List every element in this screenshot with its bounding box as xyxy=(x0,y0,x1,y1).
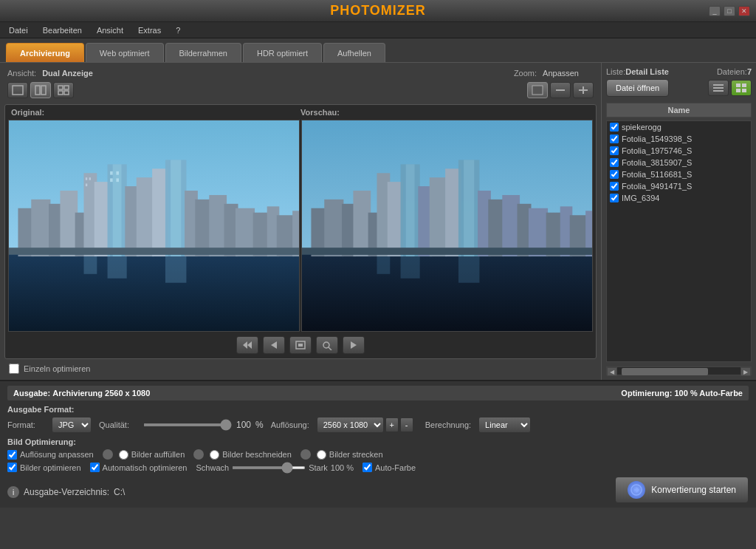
dateien-value: 7 xyxy=(747,67,752,76)
scrollbar-left-arrow[interactable]: ◀ xyxy=(607,367,617,376)
file-checkbox[interactable] xyxy=(610,146,619,155)
bilder-auffuellen-label: Bilder auffüllen xyxy=(131,450,185,459)
tab-bilderrahmen[interactable]: Bilderrahmen xyxy=(165,43,241,62)
file-checkbox[interactable] xyxy=(610,170,619,179)
file-name: IMG_6394 xyxy=(622,194,748,202)
file-name: spiekerogg xyxy=(622,123,748,132)
bild-opt-title: Bild Optimierung: xyxy=(7,437,749,446)
scrollbar-right-arrow[interactable]: ▶ xyxy=(740,367,751,376)
konvertierung-starten-button[interactable]: Konvertierung starten xyxy=(615,477,749,503)
file-checkbox[interactable] xyxy=(610,158,619,167)
preview-image-frame xyxy=(301,120,593,332)
fit-view-btn[interactable] xyxy=(527,82,548,98)
svg-rect-4 xyxy=(64,86,69,89)
menu-help[interactable]: ? xyxy=(173,24,183,36)
berechnung-select[interactable]: LinearCubicLanczos xyxy=(478,417,531,433)
menu-datei[interactable]: Datei xyxy=(6,24,31,36)
nav-next-btn[interactable] xyxy=(343,336,365,354)
nav-zoom-btn[interactable] xyxy=(316,336,338,354)
svg-rect-42 xyxy=(110,178,113,182)
zoom-out-btn[interactable] xyxy=(550,82,571,98)
title-bar: PHOTOMIZER _ □ ✕ xyxy=(0,0,756,22)
tab-hdr-optimiert[interactable]: HDR optimiert xyxy=(243,43,322,62)
window-controls[interactable]: _ □ ✕ xyxy=(709,6,750,16)
aufloesung-anpassen-checkbox[interactable] xyxy=(7,450,17,460)
bilder-beschneiden-radio[interactable] xyxy=(210,450,219,460)
detail-view-btn[interactable] xyxy=(53,82,74,98)
info-icon[interactable]: i xyxy=(7,486,19,498)
file-checkbox[interactable] xyxy=(610,182,619,191)
file-header: Liste: Detail Liste Dateien: 7 xyxy=(606,67,752,76)
list-item[interactable]: Fotolia_9491471_S xyxy=(607,180,751,192)
bilder-optimieren-checkbox[interactable] xyxy=(7,463,17,472)
resolution-dropdown[interactable]: 2560 x 10801920 x 10801280 x 720 xyxy=(317,417,384,433)
top-toolbar: Ansicht: Dual Anzeige Zoom: Anpassen xyxy=(4,67,597,79)
list-item[interactable]: Fotolia_3815907_S xyxy=(607,157,751,168)
list-item[interactable]: Fotolia_1549398_S xyxy=(607,133,751,145)
automatisch-optimieren-checkbox[interactable] xyxy=(90,463,100,472)
tab-web-optimiert[interactable]: Web optimiert xyxy=(86,43,164,62)
svg-rect-89 xyxy=(713,87,724,89)
scrollbar-thumb[interactable] xyxy=(622,368,708,375)
minimize-button[interactable]: _ xyxy=(709,6,721,16)
svg-rect-39 xyxy=(86,184,87,187)
svg-rect-77 xyxy=(458,256,480,283)
schwach-stark-slider[interactable] xyxy=(232,466,306,469)
list-item[interactable]: IMG_6394 xyxy=(607,192,751,204)
dateien-label: Dateien: xyxy=(717,67,747,76)
svg-marker-82 xyxy=(271,341,277,349)
file-checkbox[interactable] xyxy=(610,123,619,132)
resolution-minus-btn[interactable]: - xyxy=(400,417,413,432)
bilder-beschneiden-label: Bilder beschneiden xyxy=(222,450,292,459)
nav-prev-btn[interactable] xyxy=(263,336,285,354)
bilder-strecken-radio[interactable] xyxy=(317,450,326,460)
format-select[interactable]: JPGPNGBMPTIFF xyxy=(52,417,92,433)
menu-bearbeiten[interactable]: Bearbeiten xyxy=(40,24,85,36)
list-view-btn[interactable] xyxy=(708,80,729,96)
menu-extras[interactable]: Extras xyxy=(135,24,164,36)
view-buttons-right xyxy=(527,82,594,98)
bilder-auffuellen-radio[interactable] xyxy=(119,450,128,460)
svg-rect-24 xyxy=(137,177,154,256)
view-buttons-left xyxy=(7,82,74,98)
svg-rect-88 xyxy=(713,84,724,86)
einzeln-label: Einzeln optimieren xyxy=(24,364,91,373)
open-file-button[interactable]: Datei öffnen xyxy=(606,79,669,97)
tab-aufhellen[interactable]: Aufhellen xyxy=(323,43,385,62)
dual-view-btn[interactable] xyxy=(30,82,51,98)
tab-archivierung[interactable]: Archivierung xyxy=(6,43,84,62)
svg-rect-2 xyxy=(41,86,46,95)
close-button[interactable]: ✕ xyxy=(738,6,750,16)
zoom-in-btn[interactable] xyxy=(573,82,594,98)
main-area: Ansicht: Dual Anzeige Zoom: Anpassen xyxy=(0,62,756,380)
file-checkbox[interactable] xyxy=(610,194,619,202)
svg-rect-75 xyxy=(377,256,391,274)
file-scrollbar[interactable]: ◀ ▶ xyxy=(606,366,752,375)
auto-farbe-checkbox[interactable] xyxy=(362,463,372,472)
nav-fit-btn[interactable] xyxy=(289,336,312,354)
list-item[interactable]: Fotolia_5116681_S xyxy=(607,168,751,180)
menu-ansicht[interactable]: Ansicht xyxy=(94,24,126,36)
maximize-button[interactable]: □ xyxy=(724,6,735,16)
svg-rect-38 xyxy=(89,177,91,180)
grid-view-btn[interactable] xyxy=(731,80,752,96)
list-item[interactable]: Fotolia_1975746_S xyxy=(607,145,751,157)
svg-rect-50 xyxy=(302,252,592,331)
berechnung-label: Berechnung: xyxy=(425,420,471,429)
einzeln-checkbox[interactable] xyxy=(9,364,19,374)
strecken-indicator xyxy=(300,449,311,460)
list-item[interactable]: spiekerogg xyxy=(607,121,751,133)
opt-row-2: Bilder optimieren Automatisch optimieren… xyxy=(7,463,749,472)
resolution-plus-btn[interactable]: + xyxy=(385,417,399,432)
file-name: Fotolia_1975746_S xyxy=(622,146,748,155)
menu-bar: Datei Bearbeiten Ansicht Extras ? xyxy=(0,22,756,38)
nav-prev-fast-btn[interactable] xyxy=(236,336,258,354)
single-view-btn[interactable] xyxy=(7,82,28,98)
image-panel: Ansicht: Dual Anzeige Zoom: Anpassen xyxy=(0,63,601,380)
quality-slider[interactable] xyxy=(143,423,232,426)
file-checkbox[interactable] xyxy=(610,134,619,143)
file-list[interactable]: spiekeroggFotolia_1549398_SFotolia_19757… xyxy=(606,120,752,362)
svg-rect-79 xyxy=(302,248,592,255)
ansicht-label: Ansicht: xyxy=(7,69,36,78)
svg-rect-6 xyxy=(64,91,69,95)
